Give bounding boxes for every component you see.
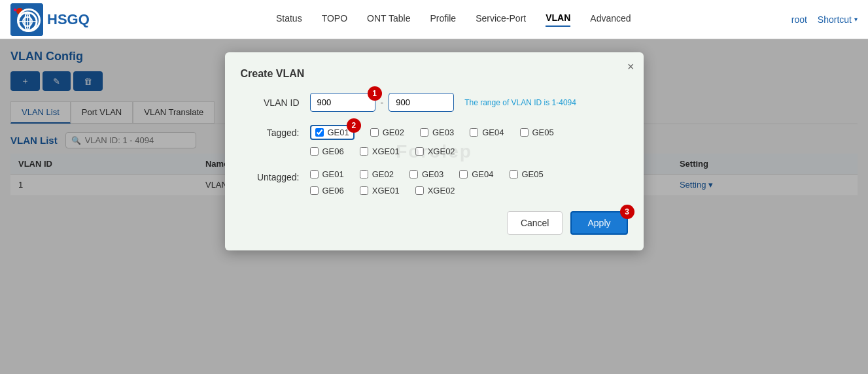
tagged-xge02-label: XGE02 [428,146,455,156]
untagged-xge01-item[interactable]: XGE01 [360,186,400,196]
tagged-ge04-checkbox[interactable] [470,128,478,137]
nav-right: root Shortcut ▾ [791,14,858,25]
untagged-row: Untagged: GE01 GE02 GE03 [241,169,628,196]
untagged-checkbox-group: GE01 GE02 GE03 GE04 [310,169,544,196]
shortcut-label: Shortcut [818,14,852,25]
vlan-id-to-input[interactable] [389,93,454,112]
tagged-ge06-label: GE06 [322,146,344,156]
tagged-xge02-checkbox[interactable] [415,147,424,156]
untagged-ge03-item[interactable]: GE03 [409,169,443,179]
untagged-ge05-label: GE05 [522,169,544,179]
untagged-row-1: GE01 GE02 GE03 GE04 [310,169,544,179]
chevron-down-icon: ▾ [854,16,858,23]
untagged-ge05-checkbox[interactable] [510,170,518,178]
modal-close-button[interactable]: × [627,60,634,74]
tagged-ge06-item[interactable]: GE06 [310,146,344,156]
nav: Status TOPO ONT Table Profile Service-Po… [116,12,791,27]
tagged-ge02-checkbox[interactable] [370,128,379,137]
svg-point-4 [16,8,23,14]
vlan-id-from-input[interactable] [310,93,375,112]
tagged-ge05-label: GE05 [532,128,554,137]
untagged-label: Untagged: [241,172,300,182]
vlan-id-separator: - [381,97,384,108]
tagged-ge01-checkbox[interactable] [315,128,324,137]
untagged-ge01-label: GE01 [322,169,344,179]
untagged-ge06-item[interactable]: GE06 [310,186,344,196]
vlan-id-row: VLAN ID 1 - The range of VLAN ID is 1-40… [241,93,628,112]
nav-service-port[interactable]: Service-Port [476,13,526,26]
modal-title: Create VLAN [241,68,628,80]
tagged-ge05-checkbox[interactable] [520,128,529,137]
header: HSGQ Status TOPO ONT Table Profile Servi… [0,0,868,39]
untagged-ge06-label: GE06 [322,186,344,196]
untagged-ge04-item[interactable]: GE04 [459,169,493,179]
untagged-ge01-item[interactable]: GE01 [310,169,344,179]
tagged-ge02-label: GE02 [383,128,404,137]
tagged-label: Tagged: [241,128,300,138]
tagged-ge06-checkbox[interactable] [310,147,319,156]
tagged-ge03-label: GE03 [432,128,454,137]
untagged-ge03-checkbox[interactable] [409,170,418,178]
logo-icon [10,3,43,36]
step-badge-1: 1 [368,86,382,101]
svg-point-2 [23,17,32,26]
untagged-ge02-item[interactable]: GE02 [360,169,394,179]
nav-user: root [791,14,807,25]
svg-rect-0 [10,3,43,36]
untagged-row-2: GE06 XGE01 XGE02 [310,186,544,196]
tagged-xge02-item[interactable]: XGE02 [415,146,455,156]
nav-shortcut[interactable]: Shortcut ▾ [818,14,858,25]
nav-advanced[interactable]: Advanced [590,13,631,26]
vlan-id-inputs: 1 - The range of VLAN ID is 1-4094 [310,93,576,112]
tagged-ge05-item[interactable]: GE05 [520,128,554,137]
svg-point-1 [18,12,37,31]
vlan-id-hint: The range of VLAN ID is 1-4094 [464,98,576,107]
untagged-xge02-item[interactable]: XGE02 [415,186,455,196]
tagged-row: Tagged: GE01 2 GE02 [241,125,628,156]
apply-button[interactable]: Apply [570,211,627,235]
untagged-ge04-checkbox[interactable] [459,170,468,178]
untagged-xge02-checkbox[interactable] [415,186,424,195]
step-badge-3: 3 [620,205,634,219]
tagged-ge02-item[interactable]: GE02 [370,128,404,137]
nav-status[interactable]: Status [276,13,302,26]
step-badge-2: 2 [347,118,361,133]
untagged-ge02-label: GE02 [372,169,394,179]
tagged-ge01-wrapper: GE01 2 [310,125,355,140]
tagged-ge01-label: GE01 [328,128,349,137]
nav-topo[interactable]: TOPO [322,13,347,26]
modal-footer: Cancel Apply 3 [241,211,628,235]
untagged-ge02-checkbox[interactable] [360,170,368,178]
tagged-ge03-checkbox[interactable] [420,128,428,137]
tagged-xge01-item[interactable]: XGE01 [360,146,400,156]
vlan-id-label: VLAN ID [241,97,300,108]
cancel-button[interactable]: Cancel [507,211,563,235]
apply-wrapper: Apply 3 [570,211,627,235]
untagged-ge03-label: GE03 [422,169,443,179]
untagged-ge01-checkbox[interactable] [310,170,319,178]
tagged-ge04-item[interactable]: GE04 [470,128,504,137]
untagged-xge01-label: XGE01 [372,186,400,196]
tagged-checkbox-group: GE01 2 GE02 GE03 [310,125,554,156]
tagged-xge01-checkbox[interactable] [360,147,368,156]
nav-ont-table[interactable]: ONT Table [367,13,410,26]
vlan-id-from-wrapper: 1 [310,93,375,112]
tagged-row-2: GE06 XGE01 XGE02 [310,146,554,156]
tagged-row-1: GE01 2 GE02 GE03 [310,125,554,140]
modal-overlay: Create VLAN × VLAN ID 1 - The range of V… [0,39,868,374]
untagged-ge06-checkbox[interactable] [310,186,319,195]
page-content: VLAN Config ＋ ✎ 🗑 VLAN List Port VLAN VL… [0,39,868,374]
create-vlan-modal: Create VLAN × VLAN ID 1 - The range of V… [225,52,644,250]
untagged-ge05-item[interactable]: GE05 [510,169,544,179]
tagged-ge03-item[interactable]: GE03 [420,128,454,137]
tagged-ge04-label: GE04 [482,128,504,137]
logo-text: HSGQ [47,11,90,28]
nav-vlan[interactable]: VLAN [546,12,570,27]
nav-profile[interactable]: Profile [430,13,456,26]
untagged-xge02-label: XGE02 [428,186,455,196]
untagged-xge01-checkbox[interactable] [360,186,368,195]
svg-point-3 [25,12,30,31]
untagged-ge04-label: GE04 [472,169,493,179]
tagged-xge01-label: XGE01 [372,146,400,156]
logo: HSGQ [10,3,90,36]
